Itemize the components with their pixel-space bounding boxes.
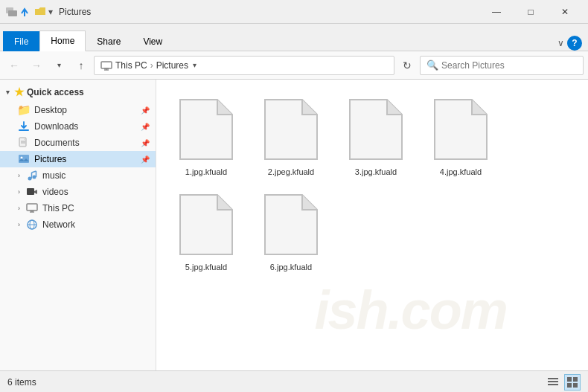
- sidebar-item-documents[interactable]: Documents 📌: [0, 135, 156, 151]
- sidebar-item-network-label: Network: [42, 219, 75, 230]
- address-path[interactable]: This PC › Pictures ▾: [94, 56, 394, 75]
- network-icon: [26, 219, 38, 231]
- sidebar-item-downloads[interactable]: Downloads 📌: [0, 118, 156, 135]
- network-chevron: ›: [18, 221, 20, 228]
- pictures-pin-icon: 📌: [141, 155, 150, 164]
- this-pc-icon: [100, 60, 112, 71]
- sidebar: ▾ ★ Quick access 📁 Desktop 📌 Downloads 📌…: [0, 80, 156, 370]
- sidebar-item-this-pc[interactable]: › This PC: [0, 200, 156, 216]
- desktop-pin-icon: 📌: [141, 106, 150, 115]
- svg-rect-3: [101, 62, 112, 68]
- window-controls: — □ ✕: [479, 0, 582, 24]
- ribbon-tabs: File Home Share View ∨ ?: [0, 24, 588, 51]
- ribbon: File Home Share View ∨ ?: [0, 24, 588, 51]
- tab-file[interactable]: File: [3, 31, 39, 51]
- tb-small-icon2: [20, 6, 32, 18]
- tb-small-icon1: [6, 6, 18, 18]
- up-button[interactable]: ↑: [71, 56, 91, 75]
- videos-chevron: ›: [18, 188, 20, 196]
- svg-rect-11: [19, 155, 29, 163]
- file-name-6: 6.jpg.kfuald: [270, 263, 312, 271]
- pictures-icon: [18, 153, 30, 165]
- sidebar-item-music[interactable]: › music: [0, 167, 156, 184]
- svg-rect-28: [548, 381, 558, 382]
- file-item-4[interactable]: 4.jpg.kfuald: [420, 89, 502, 181]
- help-icon[interactable]: ?: [567, 36, 582, 51]
- item-count: 6 items: [7, 377, 36, 388]
- watermark: ish.com: [315, 280, 507, 341]
- recent-locations-button[interactable]: ▾: [49, 56, 68, 75]
- quick-access-label: Quick access: [27, 87, 84, 97]
- window-title: Pictures: [59, 7, 479, 17]
- quick-access-chevron: ▾: [6, 89, 10, 96]
- svg-line-17: [32, 171, 36, 173]
- file-name-3: 3.jpg.kfuald: [355, 167, 397, 176]
- sidebar-item-network[interactable]: › Network: [0, 216, 156, 233]
- view-icons: [545, 374, 581, 391]
- tab-share[interactable]: Share: [86, 31, 132, 51]
- svg-rect-31: [573, 377, 578, 382]
- sidebar-item-music-label: music: [42, 170, 65, 181]
- file-item-2[interactable]: 2.jpeg.kfuald: [250, 89, 332, 181]
- desktop-folder-icon: 📁: [18, 104, 30, 116]
- forward-button[interactable]: →: [27, 56, 46, 75]
- documents-icon: [18, 137, 30, 149]
- file-icon-3: [346, 96, 406, 163]
- file-icon-1: [176, 96, 236, 163]
- svg-rect-27: [548, 378, 558, 379]
- file-grid: 1.jpg.kfuald 2.jpeg.kfuald: [162, 86, 582, 279]
- documents-pin-icon: 📌: [141, 139, 150, 147]
- music-chevron: ›: [18, 172, 20, 179]
- file-item-6[interactable]: 6.jpg.kfuald: [250, 184, 332, 276]
- title-bar-icon: ▾: [6, 6, 53, 18]
- svg-marker-19: [34, 190, 37, 194]
- ribbon-right: ∨ ?: [557, 36, 585, 51]
- ribbon-collapse-icon[interactable]: ∨: [557, 38, 564, 48]
- downloads-pin-icon: 📌: [141, 123, 150, 131]
- list-view-button[interactable]: [545, 374, 561, 391]
- file-item-1[interactable]: 1.jpg.kfuald: [165, 89, 247, 181]
- sidebar-item-pictures[interactable]: Pictures 📌: [0, 151, 156, 167]
- music-icon: [26, 170, 38, 181]
- search-input[interactable]: [441, 60, 577, 71]
- title-bar: ▾ Pictures — □ ✕: [0, 0, 588, 24]
- file-item-3[interactable]: 3.jpg.kfuald: [335, 89, 417, 181]
- file-icon-4: [431, 96, 490, 163]
- sidebar-item-videos-label: videos: [42, 187, 68, 197]
- svg-rect-30: [567, 377, 572, 382]
- file-item-5[interactable]: 5.jpg.kfuald: [165, 184, 247, 276]
- large-icon-view-button[interactable]: [564, 374, 581, 391]
- svg-rect-33: [573, 383, 578, 388]
- folder-icon: [34, 6, 46, 18]
- file-name-5: 5.jpg.kfuald: [185, 263, 227, 271]
- tab-home[interactable]: Home: [39, 30, 86, 51]
- downloads-icon: [18, 121, 30, 132]
- sidebar-item-documents-label: Documents: [34, 138, 80, 148]
- close-button[interactable]: ✕: [548, 0, 582, 24]
- svg-rect-18: [27, 188, 34, 195]
- search-box[interactable]: 🔍: [420, 56, 584, 75]
- file-icon-6: [261, 191, 321, 258]
- maximize-button[interactable]: □: [514, 0, 548, 24]
- search-icon: 🔍: [426, 60, 438, 71]
- videos-icon: [26, 186, 38, 198]
- minimize-button[interactable]: —: [479, 0, 514, 24]
- sidebar-item-desktop[interactable]: 📁 Desktop 📌: [0, 102, 156, 118]
- sidebar-item-videos[interactable]: › videos: [0, 184, 156, 200]
- file-name-2: 2.jpeg.kfuald: [268, 167, 314, 176]
- sidebar-item-pictures-label: Pictures: [34, 154, 66, 164]
- sidebar-section-quick-access[interactable]: ▾ ★ Quick access: [0, 83, 156, 102]
- back-button[interactable]: ←: [4, 56, 24, 75]
- quick-access-star-icon: ★: [14, 86, 24, 99]
- status-bar: 6 items: [0, 370, 588, 392]
- this-pc-sidebar-icon: [26, 202, 38, 214]
- svg-rect-29: [548, 384, 558, 385]
- refresh-button[interactable]: ↻: [397, 56, 417, 75]
- path-dropdown-icon[interactable]: ▾: [193, 61, 196, 69]
- this-pc-chevron: ›: [18, 205, 20, 212]
- path-sep-1: ›: [150, 60, 153, 71]
- sidebar-item-downloads-label: Downloads: [34, 121, 78, 132]
- sidebar-item-desktop-label: Desktop: [34, 105, 67, 115]
- path-pictures: Pictures: [156, 60, 188, 71]
- tab-view[interactable]: View: [132, 31, 173, 51]
